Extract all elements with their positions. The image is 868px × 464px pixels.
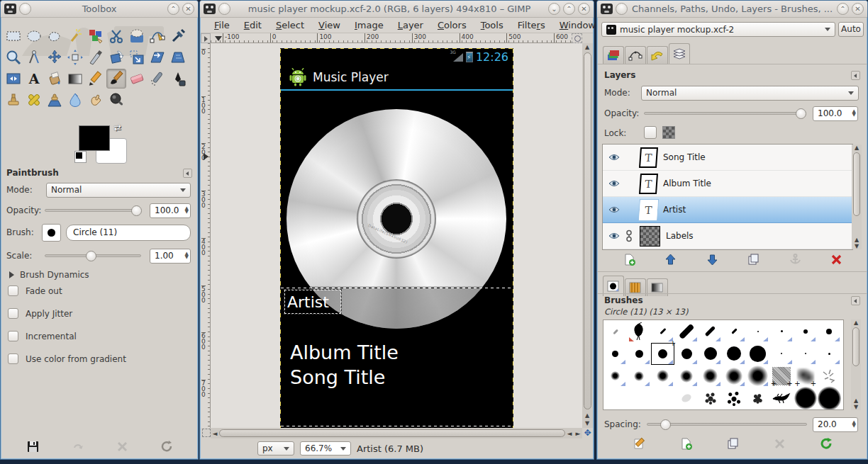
visibility-eye-icon[interactable] bbox=[608, 153, 620, 162]
minimize-button[interactable]: ⌄ bbox=[548, 3, 560, 15]
menu-image[interactable]: Image bbox=[348, 18, 390, 32]
tool-paintbrush[interactable] bbox=[106, 69, 126, 89]
tool-free-select[interactable] bbox=[45, 26, 65, 46]
tool-smudge[interactable] bbox=[86, 90, 106, 110]
tool-ellipse-select[interactable] bbox=[24, 26, 44, 46]
brush-grid-scrollbar[interactable]: ▲ ▲ ▼ bbox=[851, 319, 861, 410]
tool-blur[interactable] bbox=[65, 90, 85, 110]
reset-options-button[interactable] bbox=[160, 440, 174, 453]
tab-channels[interactable] bbox=[603, 46, 624, 64]
close-button[interactable]: ✕ bbox=[578, 3, 590, 15]
brush-swatch[interactable] bbox=[699, 320, 722, 342]
tool-measure[interactable] bbox=[24, 47, 44, 67]
menu-view[interactable]: View bbox=[312, 18, 347, 32]
tool-scale[interactable] bbox=[127, 47, 147, 67]
tool-text[interactable]: A bbox=[24, 69, 44, 89]
brush-swatch[interactable]: ++ bbox=[770, 365, 794, 387]
new-layer-button[interactable] bbox=[623, 253, 636, 266]
tab-undo[interactable] bbox=[647, 46, 668, 64]
tool-bucket-fill[interactable] bbox=[45, 69, 65, 89]
horizontal-scrollbar[interactable]: ◄ ◄ ► bbox=[211, 428, 582, 438]
auto-follow-button[interactable]: Auto bbox=[838, 22, 864, 37]
layer-row[interactable]: TSong Title bbox=[603, 145, 852, 171]
brush-swatch[interactable] bbox=[746, 320, 769, 342]
brush-swatch[interactable] bbox=[818, 343, 841, 365]
tool-select-by-color[interactable] bbox=[86, 26, 106, 46]
brush-swatch[interactable] bbox=[603, 343, 627, 365]
brush-swatch[interactable] bbox=[723, 365, 746, 387]
close-button[interactable]: ✕ bbox=[182, 3, 194, 15]
brush-swatch[interactable] bbox=[628, 320, 651, 342]
zoom-dropdown[interactable]: 66.7% bbox=[300, 441, 351, 455]
menu-layer[interactable]: Layer bbox=[391, 18, 430, 32]
menu-edit[interactable]: Edit bbox=[238, 18, 268, 32]
brush-swatch[interactable] bbox=[651, 365, 674, 387]
visibility-eye-icon[interactable] bbox=[608, 205, 620, 214]
tool-zoom[interactable] bbox=[4, 47, 23, 67]
menu-colors[interactable]: Colors bbox=[431, 18, 473, 32]
refresh-brushes-button[interactable] bbox=[820, 437, 833, 451]
window-menu-button[interactable] bbox=[218, 3, 230, 15]
brush-swatch[interactable] bbox=[675, 365, 699, 387]
zoom-follow-window-toggle[interactable] bbox=[572, 33, 582, 43]
tool-perspective[interactable] bbox=[168, 47, 188, 67]
duplicate-brush-button[interactable] bbox=[726, 437, 740, 451]
tab-layers[interactable] bbox=[669, 43, 690, 64]
menu-file[interactable]: File bbox=[208, 18, 236, 32]
vertical-scrollbar[interactable]: ▲ ▲ ▼ bbox=[582, 43, 593, 428]
shade-button[interactable]: ⌃ bbox=[167, 3, 179, 15]
layer-list-scrollbar[interactable]: ▲ ▲ ▼ bbox=[852, 145, 862, 249]
quickmask-toggle[interactable] bbox=[202, 429, 211, 437]
tool-paths[interactable] bbox=[148, 26, 167, 46]
scale-spinner[interactable]: 1.00▲▼ bbox=[150, 249, 191, 264]
visibility-eye-icon[interactable] bbox=[608, 179, 620, 188]
brush-swatch[interactable] bbox=[675, 320, 699, 342]
brush-swatch[interactable] bbox=[723, 343, 746, 365]
collapse-panel-button[interactable] bbox=[183, 169, 192, 178]
brush-swatch[interactable] bbox=[628, 365, 651, 387]
lower-layer-button[interactable] bbox=[706, 253, 719, 266]
layer-mode-dropdown[interactable]: Normal bbox=[641, 86, 859, 101]
checkbox-use-color-from-gradient[interactable] bbox=[8, 353, 18, 364]
horizontal-ruler[interactable]: -1000100200300400500600 bbox=[211, 33, 572, 43]
brush-swatch[interactable] bbox=[628, 387, 651, 409]
opacity-spinner[interactable]: 100.0▲▼ bbox=[150, 203, 191, 218]
scale-slider[interactable] bbox=[45, 254, 141, 257]
foreground-color-swatch[interactable] bbox=[79, 125, 110, 151]
brush-swatch[interactable] bbox=[794, 320, 817, 342]
brush-swatch[interactable] bbox=[699, 387, 722, 409]
brush-swatch[interactable] bbox=[723, 387, 746, 409]
tool-pencil[interactable] bbox=[86, 69, 106, 89]
tool-dodge-burn[interactable] bbox=[106, 90, 126, 110]
tool-color-picker[interactable] bbox=[168, 26, 188, 46]
dock-titlebar[interactable]: Channels, Paths, Undo, Layers - Brushes,… bbox=[597, 1, 867, 18]
shade-button[interactable]: ⌃ bbox=[837, 3, 849, 15]
image-selection-dropdown[interactable]: music player mockup.xcf-2 bbox=[601, 22, 835, 37]
checkbox-fade-out[interactable] bbox=[8, 285, 18, 296]
visibility-eye-icon[interactable] bbox=[608, 232, 620, 240]
menu-select[interactable]: Select bbox=[269, 18, 311, 32]
spacing-slider[interactable] bbox=[647, 423, 807, 426]
save-options-button[interactable] bbox=[26, 440, 40, 453]
canvas[interactable]: 3G 12:26 bbox=[211, 43, 582, 428]
tool-flip[interactable] bbox=[4, 69, 23, 89]
layer-opacity-slider[interactable] bbox=[644, 112, 806, 115]
brush-swatch[interactable] bbox=[770, 387, 794, 409]
brush-swatch[interactable] bbox=[746, 387, 769, 409]
brush-swatch[interactable] bbox=[794, 387, 817, 409]
close-button[interactable]: ✕ bbox=[852, 3, 864, 15]
brush-swatch[interactable] bbox=[699, 365, 722, 387]
swap-colors-icon[interactable]: ⇄ bbox=[114, 123, 121, 132]
brush-swatch[interactable] bbox=[818, 320, 841, 342]
menu-tools[interactable]: Tools bbox=[474, 18, 510, 32]
lock-alpha-toggle[interactable] bbox=[662, 126, 675, 139]
checkbox-incremental[interactable] bbox=[8, 331, 18, 341]
tool-rect-select[interactable] bbox=[4, 26, 23, 46]
new-brush-button[interactable] bbox=[679, 437, 693, 451]
artist-text-layer[interactable]: Artist bbox=[284, 290, 341, 314]
brush-swatch[interactable]: ++ bbox=[794, 365, 817, 387]
tool-scissors[interactable] bbox=[106, 26, 126, 46]
duplicate-layer-button[interactable] bbox=[747, 253, 760, 266]
tab-paths[interactable] bbox=[625, 46, 646, 64]
window-menu-button[interactable] bbox=[19, 3, 31, 15]
